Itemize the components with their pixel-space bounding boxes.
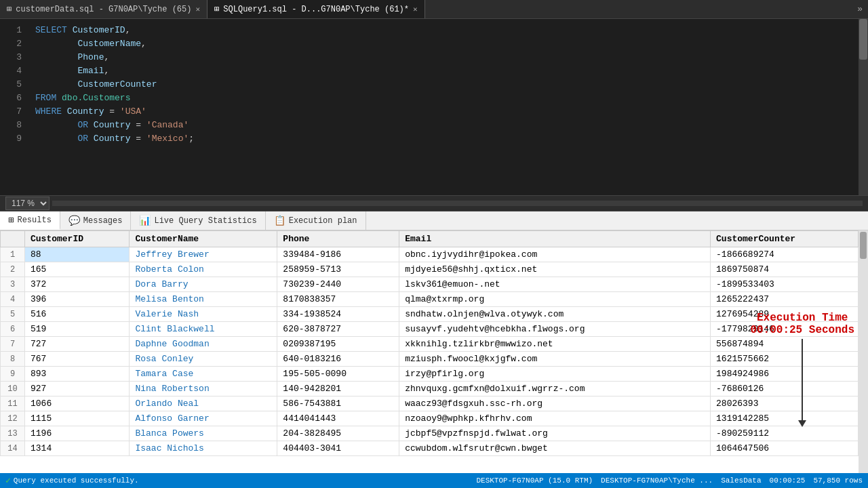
cell-phone: 204-3828495 — [277, 426, 399, 441]
col-header-customername[interactable]: CustomerName — [130, 231, 277, 247]
editor-vertical-scrollbar[interactable] — [859, 19, 868, 195]
line-num-2: 2 — [0, 37, 22, 50]
cell-email: xkknihlg.tzlirkbr@mwwizo.net — [399, 337, 711, 352]
table-row[interactable]: 141314Isaac Nichols404403-3041ccwubdom.w… — [1, 441, 859, 456]
results-scrollbar-thumb[interactable] — [860, 232, 867, 259]
code-line-2: CustomerName, — [35, 37, 852, 50]
line-num-5: 5 — [0, 77, 22, 91]
cell-customerid: 165 — [25, 262, 130, 277]
line-num-6: 6 — [0, 91, 22, 104]
cell-phone: 0209387195 — [277, 337, 399, 352]
tab-sql-icon: ⊞ — [214, 4, 219, 14]
table-row[interactable]: 188Jeffrey Brewer339484-9186obnc.iyjvydi… — [1, 247, 859, 262]
code-line-1: SELECT CustomerID, — [35, 23, 852, 37]
cell-phone: 586-7543881 — [277, 396, 399, 411]
tab-results[interactable]: ⊞ Results — [0, 211, 60, 230]
code-editor[interactable]: SELECT CustomerID, CustomerName, Phone, … — [28, 19, 859, 195]
table-row[interactable]: 9893Tamara Case195-505-0090irzy@pfirlg.o… — [1, 367, 859, 382]
status-rows: 57,850 rows — [813, 476, 863, 485]
cell-phone: 258959-5713 — [277, 262, 399, 277]
col-header-customercounter[interactable]: CustomerCounter — [711, 231, 859, 247]
cell-customercounter: 1265222437 — [711, 292, 859, 307]
tab-customerdata[interactable]: ⊞ customerData.sql - G7N0AP\Tyche (65) ✕ — [0, 0, 208, 18]
cell-customername: Jeffrey Brewer — [130, 247, 277, 262]
row-num: 9 — [1, 367, 25, 382]
live-query-icon: 📊 — [139, 215, 151, 226]
table-row[interactable]: 7727Daphne Goodman0209387195xkknihlg.tzl… — [1, 337, 859, 352]
cell-email: obnc.iyjvydihr@ipokea.com — [399, 247, 711, 262]
col-header-email[interactable]: Email — [399, 231, 711, 247]
row-num: 12 — [1, 411, 25, 426]
cell-customercounter: 28026393 — [711, 396, 859, 411]
cell-customerid: 1115 — [25, 411, 130, 426]
tab-sqlquery-close[interactable]: ✕ — [413, 5, 418, 14]
editor-scrollbar-thumb[interactable] — [859, 19, 867, 60]
cell-customercounter: 1984924986 — [711, 367, 859, 382]
cell-phone: 730239-2440 — [277, 277, 399, 292]
execution-plan-icon: 📋 — [274, 215, 285, 226]
tab-sqlquery[interactable]: ⊞ SQLQuery1.sql - D...G7N0AP\Tyche (61)*… — [208, 0, 425, 18]
line-num-3: 3 — [0, 50, 22, 64]
row-num: 8 — [1, 352, 25, 367]
cell-email: lskv361@emuon-.net — [399, 277, 711, 292]
results-grid-icon: ⊞ — [8, 214, 14, 226]
row-num: 5 — [1, 307, 25, 322]
zoom-select[interactable]: 117 % 100 % 75 % — [5, 197, 50, 210]
cell-customerid: 519 — [25, 322, 130, 337]
table-row[interactable]: 2165Roberta Colon258959-5713mjdyeie56@sh… — [1, 262, 859, 277]
line-num-7: 7 — [0, 104, 22, 118]
tab-customerdata-close[interactable]: ✕ — [195, 5, 200, 14]
col-header-customerid[interactable]: CustomerID — [25, 231, 130, 247]
cell-customercounter: 1276954289 — [711, 307, 859, 322]
table-row[interactable]: 6519Clint Blackwell620-3878727susayvf.yu… — [1, 322, 859, 337]
cell-customername: Roberta Colon — [130, 262, 277, 277]
results-panel: ⊞ Results 💬 Messages 📊 Live Query Statis… — [0, 211, 868, 473]
line-num-1: 1 — [0, 23, 22, 37]
row-num: 4 — [1, 292, 25, 307]
tab-live-query[interactable]: 📊 Live Query Statistics — [131, 211, 265, 230]
tab-execution-plan[interactable]: 📋 Execution plan — [266, 211, 366, 230]
table-row[interactable]: 131196Blanca Powers204-3828495jcbpf5@vpz… — [1, 426, 859, 441]
line-numbers: 1 2 3 4 5 6 7 8 9 — [0, 19, 28, 195]
cell-customerid: 516 — [25, 307, 130, 322]
horizontal-scrollbar[interactable] — [52, 201, 863, 206]
table-row[interactable]: 5516Valerie Nash334-1938524sndhatw.olnje… — [1, 307, 859, 322]
cell-phone: 195-505-0090 — [277, 367, 399, 382]
cell-email: nzoaoy9@wphkp.kfhrhv.com — [399, 411, 711, 426]
table-row[interactable]: 10927Nina Robertson140-9428201zhnvquxg.g… — [1, 382, 859, 396]
cell-customerid: 1066 — [25, 396, 130, 411]
code-line-3: Phone, — [35, 50, 852, 64]
cell-customername: Rosa Conley — [130, 352, 277, 367]
row-num: 13 — [1, 426, 25, 441]
table-row[interactable]: 121115Alfonso Garner4414041443nzoaoy9@wp… — [1, 411, 859, 426]
cell-phone: 334-1938524 — [277, 307, 399, 322]
cell-customername: Alfonso Garner — [130, 411, 277, 426]
col-header-phone[interactable]: Phone — [277, 231, 399, 247]
cell-customername: Clint Blackwell — [130, 322, 277, 337]
table-row[interactable]: 111066Orlando Neal586-7543881waacz93@fds… — [1, 396, 859, 411]
cell-customername: Melisa Benton — [130, 292, 277, 307]
cell-customername: Blanca Powers — [130, 426, 277, 441]
results-with-scrollbar: CustomerID CustomerName Phone Email Cust… — [0, 230, 868, 473]
status-time: 00:00:25 — [770, 476, 806, 485]
results-vertical-scrollbar[interactable] — [859, 230, 868, 473]
results-table-container[interactable]: CustomerID CustomerName Phone Email Cust… — [0, 230, 859, 473]
cell-customercounter: 1869750874 — [711, 262, 859, 277]
table-row[interactable]: 4396Melisa Benton8170838357qlma@xtxrmp.o… — [1, 292, 859, 307]
cell-customercounter: -890259112 — [711, 426, 859, 441]
line-num-9: 9 — [0, 131, 22, 145]
row-num: 6 — [1, 322, 25, 337]
status-success: ✓ Query executed successfully. — [5, 475, 139, 486]
table-row[interactable]: 8767Rosa Conley640-0183216mziusph.fwoocl… — [1, 352, 859, 367]
code-line-4: Email, — [35, 64, 852, 77]
tab-messages[interactable]: 💬 Messages — [60, 211, 132, 230]
line-num-8: 8 — [0, 118, 22, 131]
table-row[interactable]: 3372Dora Barry730239-2440lskv361@emuon-.… — [1, 277, 859, 292]
row-num: 14 — [1, 441, 25, 456]
cell-customerid: 727 — [25, 337, 130, 352]
cell-email: qlma@xtxrmp.org — [399, 292, 711, 307]
tab-expand-button[interactable]: » — [852, 4, 868, 14]
table-header-row: CustomerID CustomerName Phone Email Cust… — [1, 231, 859, 247]
cell-customercounter: -1899533403 — [711, 277, 859, 292]
row-num: 7 — [1, 337, 25, 352]
